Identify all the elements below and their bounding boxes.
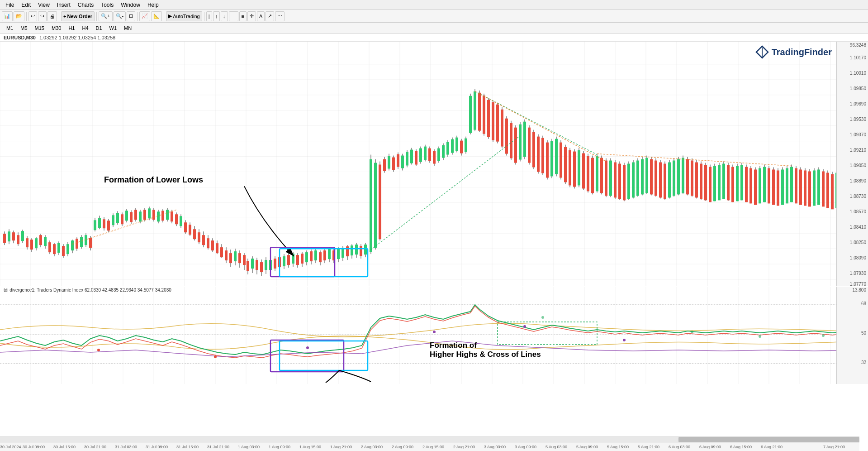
h-scrollbar-thumb[interactable] bbox=[678, 437, 859, 442]
time-13: 2 Aug 09:00 bbox=[392, 445, 413, 449]
price-level-2: 1.10010 bbox=[850, 71, 866, 76]
svg-rect-410 bbox=[799, 169, 802, 205]
price-chart[interactable]: Formation of Lower Lows bbox=[0, 42, 859, 286]
new-order-button[interactable]: + New Order bbox=[61, 11, 95, 21]
indicator-chart[interactable]: tdi divergence1: Traders Dynamic Index 6… bbox=[0, 287, 859, 384]
menu-charts[interactable]: Charts bbox=[74, 2, 97, 8]
toolbar-new-chart[interactable]: 📊 bbox=[2, 11, 13, 21]
svg-rect-244 bbox=[406, 152, 408, 166]
svg-rect-109 bbox=[112, 215, 114, 225]
toolbar-open[interactable]: 📂 bbox=[14, 11, 24, 21]
new-order-label: New Order bbox=[67, 14, 92, 19]
svg-rect-263 bbox=[492, 102, 494, 140]
svg-rect-76 bbox=[53, 244, 56, 254]
svg-rect-308 bbox=[587, 156, 589, 192]
toolbar-arrow[interactable]: ↗ bbox=[266, 11, 274, 21]
svg-rect-386 bbox=[691, 161, 693, 196]
toolbar-line[interactable]: — bbox=[229, 11, 238, 21]
price-level-1: 1.10170 bbox=[850, 55, 866, 60]
toolbar-chart-fit[interactable]: ⊡ bbox=[127, 11, 135, 21]
svg-rect-212 bbox=[379, 164, 381, 239]
time-1: 30 Jul 09:00 bbox=[23, 445, 45, 449]
tf-h1[interactable]: H1 bbox=[66, 24, 77, 32]
tf-mn[interactable]: MN bbox=[121, 24, 134, 32]
svg-rect-122 bbox=[171, 211, 173, 221]
menu-help[interactable]: Help bbox=[144, 2, 162, 8]
svg-rect-290 bbox=[505, 119, 508, 154]
toolbar-period-sep[interactable]: | bbox=[206, 11, 212, 21]
svg-rect-291 bbox=[510, 123, 512, 158]
svg-rect-186 bbox=[274, 259, 276, 269]
svg-rect-384 bbox=[682, 158, 684, 193]
svg-rect-381 bbox=[668, 163, 671, 198]
svg-rect-393 bbox=[722, 164, 725, 199]
tf-m5[interactable]: M5 bbox=[18, 24, 30, 32]
tf-m30[interactable]: M30 bbox=[49, 24, 64, 32]
menu-window[interactable]: Window bbox=[117, 2, 144, 8]
time-4: 31 Jul 03:00 bbox=[115, 445, 137, 449]
toolbar-print[interactable]: 🖨 bbox=[47, 11, 57, 21]
svg-rect-114 bbox=[134, 210, 137, 220]
toolbar-chart-zoom-in[interactable]: 🔍+ bbox=[99, 11, 112, 21]
chart-info-bar: EURUSD,M30 1.03292 1.03292 1.03254 1.032… bbox=[0, 34, 868, 42]
svg-rect-77 bbox=[57, 243, 60, 253]
menu-file[interactable]: File bbox=[2, 2, 18, 8]
toolbar-separator-3 bbox=[96, 12, 97, 21]
menu-insert[interactable]: Insert bbox=[53, 2, 74, 8]
time-10: 1 Aug 15:00 bbox=[299, 445, 321, 449]
svg-line-426 bbox=[475, 91, 606, 162]
tf-m1[interactable]: M1 bbox=[4, 24, 16, 32]
svg-rect-69 bbox=[21, 231, 24, 241]
toolbar-period-up[interactable]: ↑ bbox=[213, 11, 220, 21]
svg-rect-185 bbox=[269, 260, 272, 270]
svg-rect-379 bbox=[659, 163, 662, 198]
svg-rect-148 bbox=[225, 250, 228, 260]
svg-point-467 bbox=[214, 355, 217, 358]
time-17: 3 Aug 09:00 bbox=[515, 445, 536, 449]
menu-bar: File Edit View Insert Charts Tools Windo… bbox=[0, 0, 868, 10]
toolbar-undo[interactable]: ↩ bbox=[28, 11, 37, 21]
svg-rect-368 bbox=[609, 161, 612, 196]
toolbar-hline[interactable]: ≡ bbox=[239, 11, 247, 21]
svg-rect-191 bbox=[296, 255, 299, 265]
auto-trading-button[interactable]: ▶ AutoTrading bbox=[166, 11, 202, 21]
h-scrollbar[interactable] bbox=[0, 437, 859, 442]
toolbar-indicators[interactable]: 📈 bbox=[139, 11, 150, 21]
svg-line-425 bbox=[475, 91, 597, 155]
svg-rect-309 bbox=[591, 158, 594, 193]
price-level-12: 1.08410 bbox=[850, 225, 866, 230]
toolbar-more[interactable]: ⋯ bbox=[275, 11, 285, 21]
svg-point-466 bbox=[97, 349, 100, 351]
toolbar-text[interactable]: A bbox=[257, 11, 265, 21]
chart-container: TradingFinder bbox=[0, 42, 868, 451]
time-18: 5 Aug 03:00 bbox=[545, 445, 567, 449]
menu-tools[interactable]: Tools bbox=[97, 2, 117, 8]
svg-rect-289 bbox=[501, 110, 503, 147]
svg-rect-193 bbox=[305, 252, 308, 262]
tf-h4[interactable]: H4 bbox=[79, 24, 91, 32]
svg-rect-300 bbox=[550, 141, 553, 177]
svg-rect-201 bbox=[342, 248, 344, 258]
toolbar-redo[interactable]: ↪ bbox=[38, 11, 47, 21]
svg-rect-264 bbox=[496, 105, 499, 142]
svg-rect-380 bbox=[664, 164, 666, 199]
svg-rect-374 bbox=[636, 161, 639, 196]
svg-rect-401 bbox=[759, 168, 761, 203]
time-22: 6 Aug 03:00 bbox=[669, 445, 690, 449]
tf-m15[interactable]: M15 bbox=[32, 24, 47, 32]
svg-rect-412 bbox=[808, 171, 811, 206]
toolbar-period-down[interactable]: ↓ bbox=[221, 11, 228, 21]
svg-rect-256 bbox=[460, 141, 463, 154]
svg-rect-188 bbox=[283, 256, 285, 266]
menu-edit[interactable]: Edit bbox=[18, 2, 34, 8]
time-6: 31 Jul 15:00 bbox=[176, 445, 199, 449]
time-26: 7 Aug 21:00 bbox=[823, 445, 845, 449]
toolbar-objects[interactable]: 📐 bbox=[151, 11, 162, 21]
tf-d1[interactable]: D1 bbox=[93, 24, 105, 32]
svg-rect-246 bbox=[415, 151, 417, 165]
toolbar-chart-zoom-out[interactable]: 🔍- bbox=[114, 11, 126, 21]
menu-view[interactable]: View bbox=[34, 2, 53, 8]
tf-w1[interactable]: W1 bbox=[107, 24, 120, 32]
svg-rect-383 bbox=[677, 159, 680, 195]
toolbar-crosshair[interactable]: ✛ bbox=[247, 11, 256, 21]
